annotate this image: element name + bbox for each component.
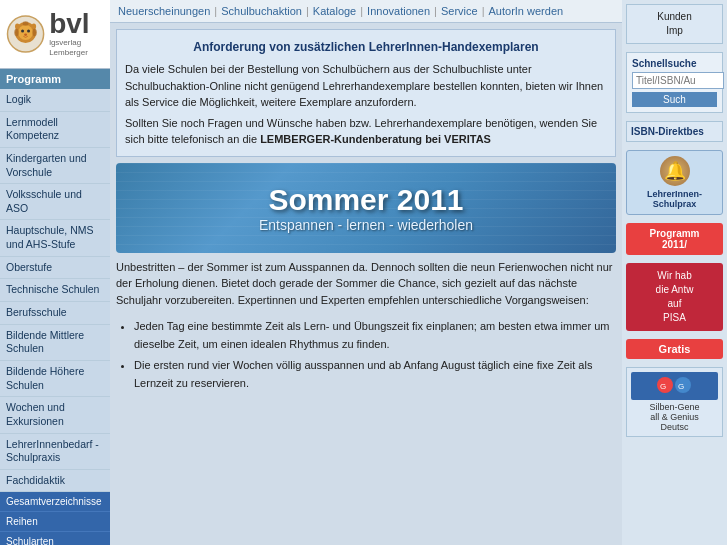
rs-programm-label: Programm2011/ [649, 228, 699, 250]
rs-search-input[interactable] [632, 72, 724, 89]
sidebar-item-lehrerbedarf[interactable]: LehrerInnenbedarf - Schulpraxis [0, 434, 110, 470]
summer-banner: Sommer 2011 Entspannen - lernen - wieder… [116, 163, 616, 253]
logo-text: bvl lgsverlag Lemberger [49, 10, 104, 59]
nav-service[interactable]: Service [441, 5, 478, 17]
svg-text:G: G [678, 382, 684, 391]
sidebar-item-berufsschule[interactable]: Berufsschule [0, 302, 110, 325]
rs-schnellsuche-title: Schnellsuche [632, 58, 717, 69]
rs-kundendienst-text: KundenImp [657, 11, 691, 36]
svg-text:G: G [660, 382, 666, 391]
main-area: Neuerscheinungen | Schulbuchaktion | Kat… [110, 0, 622, 545]
rs-gratis-label: Gratis [659, 343, 691, 355]
notice-title: Anforderung von zusätzlichen LehrerInnen… [125, 38, 607, 56]
nav-neuerscheinungen[interactable]: Neuerscheinungen [118, 5, 210, 17]
svg-point-10 [23, 21, 29, 26]
article-list: Jeden Tag eine bestimmte Zeit als Lern- … [134, 318, 616, 396]
notice-bold-text: LEMBERGER-Kundenberatung bei VERITAS [260, 133, 491, 145]
right-sidebar: KundenImp Schnellsuche Such ISBN-Direktb… [622, 0, 727, 545]
sidebar-item-fachdidaktik[interactable]: Fachdidaktik [0, 470, 110, 493]
rs-lehrer-box[interactable]: 🔔 LehrerInnen-Schulprax [626, 150, 723, 215]
svg-point-7 [32, 23, 37, 29]
nav-bar: Neuerscheinungen | Schulbuchaktion | Kat… [110, 0, 622, 23]
rs-kundendienst-box: KundenImp [626, 4, 723, 44]
sidebar-item-volksschule[interactable]: Volksschule und ASO [0, 184, 110, 220]
nav-kataloge[interactable]: Kataloge [313, 5, 356, 17]
svg-point-3 [21, 29, 24, 32]
article-intro: Unbestritten – der Sommer ist zum Ausspa… [116, 259, 616, 309]
svg-point-6 [15, 23, 20, 29]
rs-isbn-box: ISBN-Direktbes [626, 121, 723, 142]
logo-area: bvl lgsverlag Lemberger [0, 0, 110, 69]
rs-pisa-label: Wir habdie AntwaufPISA [656, 270, 694, 323]
sidebar-item-bildende-mittlere[interactable]: Bildende Mittlere Schulen [0, 325, 110, 361]
logo-lion-icon [6, 8, 45, 60]
sidebar-item-reihen[interactable]: Reihen [0, 512, 110, 532]
sidebar-item-oberstufe[interactable]: Oberstufe [0, 257, 110, 280]
rs-search-button[interactable]: Such [632, 92, 717, 107]
list-item: Jeden Tag eine bestimmte Zeit als Lern- … [134, 318, 616, 353]
notice-para2: Sollten Sie noch Fragen und Wünsche habe… [125, 115, 607, 148]
svg-point-9 [32, 29, 37, 37]
app-wrapper: bvl lgsverlag Lemberger Programm Logik L… [0, 0, 727, 545]
sidebar-item-lernmodell[interactable]: Lernmodell Kompetenz [0, 112, 110, 148]
rs-lehrer-label: LehrerInnen-Schulprax [632, 189, 717, 209]
logo-bvl: bvl [49, 10, 104, 38]
sidebar-item-bildende-hoehere[interactable]: Bildende Höhere Schulen [0, 361, 110, 397]
list-item: Die ersten rund vier Wochen völlig aussp… [134, 357, 616, 392]
rs-gratis-box[interactable]: Gratis [626, 339, 723, 359]
summer-title: Sommer 2011 [268, 183, 463, 217]
left-sidebar: bvl lgsverlag Lemberger Programm Logik L… [0, 0, 110, 545]
notice-box: Anforderung von zusätzlichen LehrerInnen… [116, 29, 616, 157]
svg-point-5 [24, 34, 27, 36]
rs-isbn-label: ISBN-Direktbes [631, 126, 704, 137]
logo-subtitle: lgsverlag Lemberger [49, 38, 104, 59]
svg-point-4 [27, 29, 30, 32]
nav-schulbuchaktion[interactable]: Schulbuchaktion [221, 5, 302, 17]
nav-innovationen[interactable]: Innovationen [367, 5, 430, 17]
sidebar-item-wochen[interactable]: Wochen und Exkursionen [0, 397, 110, 433]
sidebar-title: Programm [0, 69, 110, 89]
sidebar-item-hauptschule[interactable]: Hauptschule, NMS und AHS-Stufe [0, 220, 110, 256]
rs-silben-box[interactable]: G G Silben-Geneall & GeniusDeutsc [626, 367, 723, 437]
svg-point-8 [14, 29, 19, 37]
notice-para1: Da viele Schulen bei der Bestellung von … [125, 61, 607, 111]
nav-autorin[interactable]: AutorIn werden [489, 5, 564, 17]
rs-schnellsuche-box: Schnellsuche Such [626, 52, 723, 113]
rs-programm-box[interactable]: Programm2011/ [626, 223, 723, 255]
rs-bell-icon: 🔔 [660, 156, 690, 186]
sidebar-item-kindergarten[interactable]: Kindergarten und Vorschule [0, 148, 110, 184]
rs-pisa-box[interactable]: Wir habdie AntwaufPISA [626, 263, 723, 331]
sidebar-item-schularten[interactable]: Schularten [0, 532, 110, 545]
sidebar-item-technisch[interactable]: Technische Schulen [0, 279, 110, 302]
rs-silben-label: Silben-Geneall & GeniusDeutsc [631, 402, 718, 432]
rs-silben-icon: G G [631, 372, 718, 400]
summer-subtitle: Entspannen - lernen - wiederholen [259, 217, 473, 233]
sidebar-item-logik[interactable]: Logik [0, 89, 110, 112]
sidebar-item-gesamtverzeichnisse[interactable]: Gesamtverzeichnisse [0, 492, 110, 512]
main-content: Anforderung von zusätzlichen LehrerInnen… [110, 23, 622, 545]
